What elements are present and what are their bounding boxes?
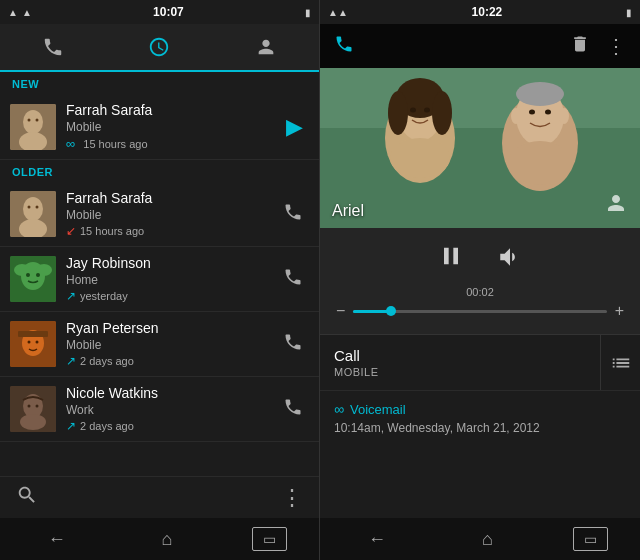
- call-details-row: Call MOBILE: [320, 334, 640, 390]
- voicemail-timestamp: 10:14am, Wednesday, March 21, 2012: [334, 421, 626, 435]
- left-panel: ▲ ▲ 10:07 ▮ NEW: [0, 0, 320, 560]
- back-button[interactable]: ←: [352, 523, 402, 556]
- progress-time: 00:02: [336, 286, 624, 298]
- svg-point-14: [26, 273, 30, 277]
- svg-point-23: [20, 414, 46, 430]
- avatar-jay: [10, 256, 56, 302]
- caller-photo-bg: [320, 68, 640, 228]
- svg-point-43: [559, 108, 569, 124]
- call-button[interactable]: [277, 198, 309, 231]
- svg-point-34: [410, 108, 416, 113]
- rewind-button[interactable]: −: [336, 302, 345, 320]
- wifi-icon: ▲: [22, 7, 32, 18]
- left-signal-icons: ▲ ▲: [8, 7, 32, 18]
- list-item[interactable]: Ryan Petersen Mobile ↗ 2 days ago: [0, 312, 319, 377]
- call-button[interactable]: [277, 393, 309, 426]
- svg-point-19: [28, 341, 31, 344]
- right-time: 10:22: [472, 5, 503, 19]
- call-arrow-icon: ↙: [66, 224, 76, 238]
- call-name: Nicole Watkins: [66, 385, 277, 401]
- svg-point-8: [28, 206, 31, 209]
- voicemail-label: Voicemail: [350, 402, 406, 417]
- signal-icon: ▲: [8, 7, 18, 18]
- call-name: Ryan Petersen: [66, 320, 277, 336]
- delete-button[interactable]: [566, 30, 594, 63]
- svg-point-33: [432, 91, 452, 135]
- signal-icon: ▲▲: [328, 7, 348, 18]
- pause-button[interactable]: [437, 242, 465, 276]
- call-label: Call: [334, 347, 586, 364]
- call-info-farrah-new: Farrah Sarafa Mobile ∞ 15 hours ago: [66, 102, 280, 151]
- voicemail-indicator: ∞: [66, 136, 75, 151]
- speaker-button[interactable]: [497, 244, 523, 275]
- call-list-button[interactable]: [600, 335, 640, 390]
- home-button[interactable]: ⌂: [146, 523, 189, 556]
- progress-thumb: [386, 306, 396, 316]
- search-button[interactable]: [16, 484, 38, 511]
- svg-point-41: [545, 110, 551, 115]
- call-button[interactable]: [277, 263, 309, 296]
- call-arrow-icon: ↗: [66, 289, 76, 303]
- call-type: Mobile: [66, 338, 277, 352]
- fast-forward-button[interactable]: +: [615, 302, 624, 320]
- call-info-nicole: Nicole Watkins Work ↗ 2 days ago: [66, 385, 277, 433]
- list-item[interactable]: Farrah Sarafa Mobile ↙ 15 hours ago: [0, 182, 319, 247]
- battery-icon: ▮: [626, 7, 632, 18]
- avatar-nicole: [10, 386, 56, 432]
- caller-avatar-button[interactable]: [604, 191, 628, 220]
- call-type: Work: [66, 403, 277, 417]
- right-status-bar: ▲▲ 10:22 ▮: [320, 0, 640, 24]
- call-time: ↗ 2 days ago: [66, 354, 277, 368]
- call-button[interactable]: [277, 328, 309, 361]
- svg-point-39: [516, 82, 564, 106]
- svg-point-20: [36, 341, 39, 344]
- svg-point-25: [36, 405, 39, 408]
- svg-point-3: [28, 118, 31, 121]
- list-item[interactable]: Nicole Watkins Work ↗ 2 days ago: [0, 377, 319, 442]
- left-bottom-bar: ⋮: [0, 476, 319, 518]
- controls-row: [336, 242, 624, 276]
- call-time: ↙ 15 hours ago: [66, 224, 277, 238]
- list-item[interactable]: Farrah Sarafa Mobile ∞ 15 hours ago ▶: [0, 94, 319, 160]
- call-arrow-icon: ↗: [66, 354, 76, 368]
- call-name: Farrah Sarafa: [66, 102, 280, 118]
- recents-button[interactable]: ▭: [252, 527, 287, 551]
- svg-point-35: [424, 108, 430, 113]
- svg-point-24: [28, 405, 31, 408]
- svg-point-9: [36, 206, 39, 209]
- call-arrow-icon: ↗: [66, 419, 76, 433]
- progress-bar[interactable]: [353, 310, 606, 313]
- play-button[interactable]: ▶: [280, 110, 309, 144]
- avatar-farrah-new: [10, 104, 56, 150]
- caller-name: Ariel: [332, 202, 364, 220]
- svg-rect-27: [320, 128, 640, 228]
- call-info-jay: Jay Robinson Home ↗ yesterday: [66, 255, 277, 303]
- progress-row: − +: [336, 302, 624, 320]
- tab-contacts[interactable]: [213, 24, 319, 70]
- list-item[interactable]: Jay Robinson Home ↗ yesterday: [0, 247, 319, 312]
- back-button[interactable]: ←: [32, 523, 82, 556]
- call-type: Home: [66, 273, 277, 287]
- battery-icon: ▮: [305, 7, 311, 18]
- left-battery-icon: ▮: [305, 7, 311, 18]
- left-status-bar: ▲ ▲ 10:07 ▮: [0, 0, 319, 24]
- tab-bar: [0, 24, 319, 72]
- recents-button[interactable]: ▭: [573, 527, 608, 551]
- call-info-ryan: Ryan Petersen Mobile ↗ 2 days ago: [66, 320, 277, 368]
- svg-point-32: [388, 91, 408, 135]
- right-panel: ▲▲ 10:22 ▮ ⋮: [320, 0, 640, 560]
- svg-point-4: [36, 118, 39, 121]
- tab-recent[interactable]: [106, 24, 212, 72]
- more-options-button[interactable]: ⋮: [281, 485, 303, 511]
- avatar-farrah-old: [10, 191, 56, 237]
- tab-phone[interactable]: [0, 24, 106, 70]
- section-new-label: NEW: [0, 72, 319, 94]
- home-button[interactable]: ⌂: [466, 523, 509, 556]
- back-call-button[interactable]: [330, 30, 358, 63]
- call-type: Mobile: [66, 208, 277, 222]
- more-options-button[interactable]: ⋮: [602, 30, 630, 62]
- call-list: NEW Farrah Sarafa Mobile ∞ 15 hours ago: [0, 72, 319, 476]
- right-signal-icons: ▲▲: [328, 7, 348, 18]
- svg-point-38: [508, 141, 572, 185]
- svg-rect-18: [18, 331, 48, 337]
